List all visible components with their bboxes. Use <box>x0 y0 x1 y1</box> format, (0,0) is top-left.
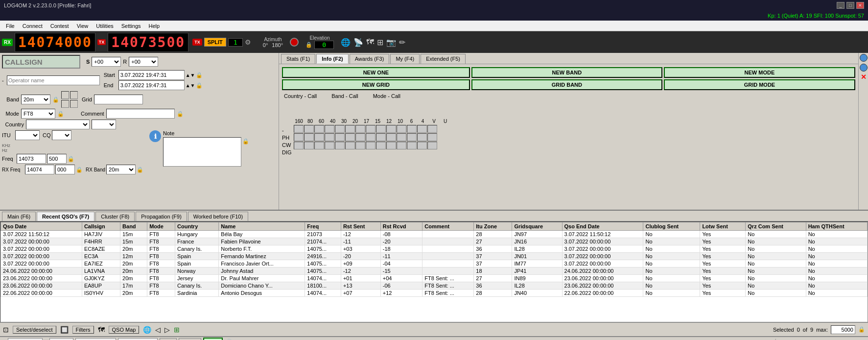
end-lock[interactable]: 🔒 <box>196 82 203 89</box>
filters-button[interactable]: Filters <box>72 326 94 334</box>
filter-icon[interactable]: 🔲 <box>60 326 69 334</box>
tab-info[interactable]: Info (F2) <box>316 54 348 64</box>
grid-icon[interactable]: ⊞ <box>377 38 383 47</box>
menu-view[interactable]: View <box>73 22 93 30</box>
cq-select[interactable] <box>52 130 71 140</box>
table-row[interactable]: 23.06.2022 00:00:00EA8UP17mFT8Canary Is.… <box>1 282 868 290</box>
super-cluster-button[interactable]: Super Cluster <box>118 338 158 340</box>
table-row[interactable]: 3.07.2022 00:00:00F4HRR15mFT8FranceFabie… <box>1 238 868 245</box>
end-spin[interactable]: ▲▼ <box>186 83 195 88</box>
map-icon[interactable]: 🗺 <box>366 38 374 47</box>
chat-button[interactable]: Chat <box>203 338 223 340</box>
side-btn-2[interactable] <box>860 64 868 72</box>
tab-cluster[interactable]: Cluster (F8) <box>95 212 135 221</box>
note-lock[interactable]: 🔒 <box>242 138 249 145</box>
table-row[interactable]: 3.07.2022 11:50:12HA7JIV15mFT8HungaryBél… <box>1 231 868 238</box>
comment-lock[interactable]: 🔒 <box>177 111 184 117</box>
select-deselect-button[interactable]: Select/deselect <box>13 326 56 334</box>
freq-hz-input[interactable] <box>47 154 67 164</box>
select-icon[interactable]: ⊡ <box>3 326 9 334</box>
side-btn-1[interactable] <box>860 54 868 62</box>
country-flag-select[interactable] <box>92 120 116 129</box>
side-x-button[interactable]: ✕ <box>861 73 867 80</box>
status-lock[interactable]: 🔒 <box>858 326 865 333</box>
antenna-icon[interactable]: 📡 <box>353 38 363 47</box>
split-settings-icon[interactable]: ⚙ <box>245 38 251 46</box>
note-textarea[interactable] <box>163 137 241 167</box>
menu-settings[interactable]: Settings <box>117 22 145 30</box>
rx-freq-lock[interactable]: 🔒 <box>76 167 83 173</box>
start-spin[interactable]: ▲▼ <box>186 73 195 78</box>
end-input[interactable] <box>118 80 185 90</box>
comment-input[interactable] <box>106 109 175 119</box>
tab-stats[interactable]: Stats (F1) <box>281 54 315 64</box>
cb1[interactable] <box>61 91 69 99</box>
start-lock[interactable]: 🔒 <box>196 72 203 78</box>
arrow-right-icon[interactable]: ▷ <box>164 326 170 334</box>
menu-contest[interactable]: Contest <box>47 22 73 30</box>
max-input[interactable] <box>831 325 855 334</box>
cluster-button[interactable]: Cluster <box>49 338 73 340</box>
grid-mode-button[interactable]: GRID MODE <box>664 79 855 90</box>
rx-band-select[interactable]: 20m <box>106 165 136 174</box>
tab-propagation[interactable]: Propagation (F9) <box>136 212 187 221</box>
band-lock[interactable]: 🔒 <box>52 97 59 103</box>
rx-freq-hz-input[interactable] <box>55 165 75 174</box>
menu-utilities[interactable]: Utilities <box>92 22 117 30</box>
close-button[interactable]: ✕ <box>856 2 864 9</box>
tab-awards[interactable]: Awards (F3) <box>350 54 390 64</box>
tab-recent-qsos[interactable]: Recent QSO's (F7) <box>37 212 94 221</box>
camera-icon[interactable]: 📷 <box>386 38 396 47</box>
r-select[interactable]: +00 <box>129 57 158 67</box>
rx-band-lock[interactable]: 🔒 <box>137 167 143 173</box>
table-row[interactable]: 3.07.2022 00:00:00EC8AZE20mFT8Canary Is.… <box>1 245 868 253</box>
table-row[interactable]: 23.06.2022 00:00:00GJ0KYZ20mFT8JerseyDr.… <box>1 275 868 282</box>
tab-worked-before[interactable]: Worked before (F10) <box>188 212 248 221</box>
menu-help[interactable]: Help <box>145 22 164 30</box>
globe-status-icon[interactable]: 🌐 <box>143 326 151 334</box>
grid-input[interactable] <box>94 95 143 104</box>
globe-icon[interactable]: 🌐 <box>341 38 351 47</box>
grid-band-button[interactable]: GRID BAND <box>471 79 662 90</box>
tab-my[interactable]: My (F4) <box>390 54 420 64</box>
cb4[interactable] <box>70 100 78 108</box>
new-one-button[interactable]: NEW ONE <box>282 67 470 78</box>
s-select[interactable]: +00 <box>92 57 121 67</box>
qso-table-wrapper[interactable]: Qso Date Callsign Band Mode Country Name… <box>0 221 868 322</box>
elevation-input[interactable] <box>314 41 334 49</box>
new-mode-button[interactable]: NEW MODE <box>664 67 855 78</box>
arrow-left-icon[interactable]: ◁ <box>155 326 161 334</box>
itu-select[interactable] <box>15 130 40 140</box>
new-grid-button[interactable]: NEW GRID <box>282 79 470 90</box>
rx-freq-khz-input[interactable] <box>25 165 54 174</box>
rx-frequency-display[interactable]: 14074000 <box>15 33 95 52</box>
split-value-input[interactable] <box>228 38 243 47</box>
callsign-input[interactable] <box>2 55 80 69</box>
info-button[interactable]: ℹ <box>149 130 161 142</box>
menu-file[interactable]: File <box>2 22 19 30</box>
menu-connect[interactable]: Connect <box>19 22 47 30</box>
operator-input[interactable] <box>7 75 100 85</box>
cb3[interactable] <box>61 100 69 108</box>
table-row[interactable]: 22.06.2022 00:00:00IS0YHV20mFT8SardiniaA… <box>1 290 868 297</box>
edit-icon[interactable]: ✏ <box>399 38 405 47</box>
tab-extended[interactable]: Extended (F5) <box>421 54 466 64</box>
freq-lock[interactable]: 🔒 <box>68 156 74 162</box>
cb2[interactable] <box>70 91 78 99</box>
country-select[interactable] <box>26 120 90 129</box>
table-row[interactable]: 3.07.2022 00:00:00EC3A12mFT8SpainFernand… <box>1 253 868 260</box>
tab-main[interactable]: Main (F6) <box>2 212 36 221</box>
mode-select[interactable]: FT8 <box>21 109 55 119</box>
table-row[interactable]: 24.06.2022 00:00:00LA1VNA20mFT8NorwayJoh… <box>1 267 868 275</box>
start-input[interactable] <box>118 70 185 80</box>
new-band-button[interactable]: NEW BAND <box>471 67 662 78</box>
freq-khz-input[interactable] <box>17 154 46 164</box>
map-icon-status[interactable]: 🗺 <box>98 326 105 334</box>
mode-lock[interactable]: 🔒 <box>57 111 64 117</box>
split-button[interactable]: SPLIT <box>204 38 226 47</box>
minimize-button[interactable]: _ <box>837 2 845 9</box>
cluster-server-button[interactable]: Cluster server <box>75 338 116 340</box>
qso-map-button[interactable]: QSO Map <box>109 326 140 334</box>
tx-frequency-display[interactable]: 14073500 <box>108 33 188 52</box>
maximize-button[interactable]: □ <box>846 2 854 9</box>
